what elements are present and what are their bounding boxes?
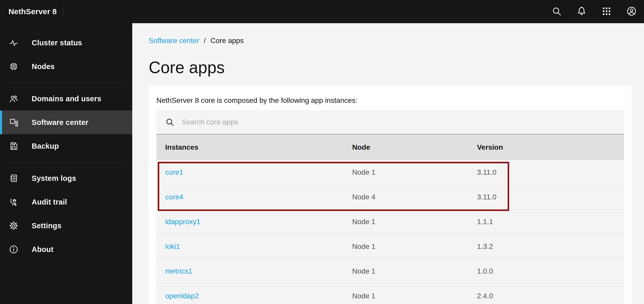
sidebar-item-backup[interactable]: Backup [0, 134, 132, 158]
table-header-row: InstancesNodeVersion [156, 134, 624, 160]
table-body: core1 Node 1 3.11.0 core4 Node 4 3.11.0 … [156, 160, 624, 304]
instance-link[interactable]: ldapproxy1 [165, 218, 200, 226]
sidebar-item-label: Domains and users [32, 95, 101, 103]
instance-cell: core4 [156, 193, 343, 201]
table-row-openldap2: openldap2 Node 1 2.4.0 [156, 284, 624, 304]
version-cell: 1.1.1 [468, 218, 624, 226]
version-cell: 1.3.2 [468, 242, 624, 251]
user-audit-icon [9, 197, 18, 207]
brand-title: NethServer 8 [0, 7, 63, 16]
instance-cell: loki1 [156, 242, 343, 251]
breadcrumb-current: Core apps [210, 36, 244, 45]
top-bar: NethServer 8 [0, 0, 644, 23]
version-cell: 3.11.0 [468, 193, 624, 201]
node-cell: Node 1 [343, 242, 468, 251]
table-row-loki1: loki1 Node 1 1.3.2 [156, 234, 624, 259]
table-row-core1: core1 Node 1 3.11.0 [156, 160, 624, 185]
sidebar-divider [8, 162, 124, 162]
user-avatar-icon [627, 6, 637, 17]
sidebar-divider [8, 82, 124, 83]
table-row-metrics1: metrics1 Node 1 1.0.0 [156, 259, 624, 284]
instance-cell: openldap2 [156, 292, 343, 300]
instance-link[interactable]: loki1 [165, 242, 180, 250]
version-cell: 2.4.0 [468, 292, 624, 300]
sidebar-item-label: Cluster status [32, 39, 82, 47]
sidebar-item-domains-and-users[interactable]: Domains and users [0, 87, 132, 111]
breadcrumb-separator: / [204, 36, 206, 45]
sidebar-item-settings[interactable]: Settings [0, 214, 132, 238]
column-header-version: Version [468, 143, 624, 151]
node-cell: Node 1 [343, 267, 468, 275]
topbar-divider [63, 6, 63, 18]
main-content: Software center / Core apps Core apps Ne… [132, 23, 644, 304]
search-icon [165, 117, 174, 127]
sidebar-item-label: Settings [32, 222, 61, 230]
instance-link[interactable]: core4 [165, 193, 183, 201]
node-cell: Node 1 [343, 292, 468, 300]
instance-link[interactable]: openldap2 [165, 292, 199, 300]
settings-icon [9, 221, 18, 230]
group-icon [9, 94, 18, 103]
app-switcher-button[interactable] [594, 0, 619, 23]
search-bar [156, 110, 624, 134]
table-row-core4: core4 Node 4 3.11.0 [156, 185, 624, 209]
sidebar-item-cluster-status[interactable]: Cluster status [0, 31, 132, 55]
version-cell: 3.11.0 [468, 168, 624, 176]
sidebar-item-label: About [32, 245, 54, 254]
card-intro-text: NethServer 8 core is composed by the fol… [156, 95, 624, 106]
sidebar-item-label: Software center [32, 118, 89, 127]
notifications-icon [577, 6, 587, 17]
sidebar-nav: Cluster status Nodes Domains and users S… [0, 23, 132, 304]
instance-cell: metrics1 [156, 267, 343, 275]
information-icon [9, 245, 18, 254]
sidebar-item-nodes[interactable]: Nodes [0, 55, 132, 78]
save-icon [9, 141, 18, 151]
instance-link[interactable]: core1 [165, 168, 183, 176]
instance-link[interactable]: metrics1 [165, 267, 192, 275]
application-icon [9, 118, 18, 127]
user-avatar-button[interactable] [619, 0, 644, 23]
instance-cell: core1 [156, 168, 343, 176]
sidebar-item-audit-trail[interactable]: Audit trail [0, 190, 132, 214]
catalog-icon [9, 174, 18, 183]
sidebar-item-software-center[interactable]: Software center [0, 111, 132, 134]
search-icon [552, 6, 562, 17]
sidebar-item-about[interactable]: About [0, 238, 132, 261]
instances-table: InstancesNodeVersion core1 Node 1 3.11.0… [156, 134, 624, 304]
sidebar-item-system-logs[interactable]: System logs [0, 166, 132, 190]
app-shell: Cluster status Nodes Domains and users S… [0, 23, 644, 304]
chip-icon [9, 62, 18, 71]
sidebar-item-label: System logs [32, 174, 76, 183]
breadcrumb-software-center-link[interactable]: Software center [149, 36, 199, 45]
topbar-actions [544, 0, 644, 23]
node-cell: Node 4 [343, 193, 468, 201]
column-header-node: Node [343, 143, 468, 151]
sidebar-item-label: Backup [32, 142, 59, 150]
sidebar-item-label: Audit trail [32, 198, 67, 206]
app-switcher-icon [602, 6, 612, 17]
core-apps-card: NethServer 8 core is composed by the fol… [149, 86, 632, 304]
column-header-instances: Instances [156, 143, 343, 151]
page-title: Core apps [149, 58, 632, 77]
table-row-ldapproxy1: ldapproxy1 Node 1 1.1.1 [156, 209, 624, 234]
node-cell: Node 1 [343, 168, 468, 176]
version-cell: 1.0.0 [468, 267, 624, 275]
search-button[interactable] [544, 0, 569, 23]
search-input[interactable] [174, 110, 624, 134]
breadcrumb: Software center / Core apps [149, 36, 632, 45]
notifications-button[interactable] [569, 0, 594, 23]
instance-cell: ldapproxy1 [156, 218, 343, 226]
activity-icon [9, 38, 18, 47]
node-cell: Node 1 [343, 218, 468, 226]
sidebar-item-label: Nodes [32, 62, 55, 71]
